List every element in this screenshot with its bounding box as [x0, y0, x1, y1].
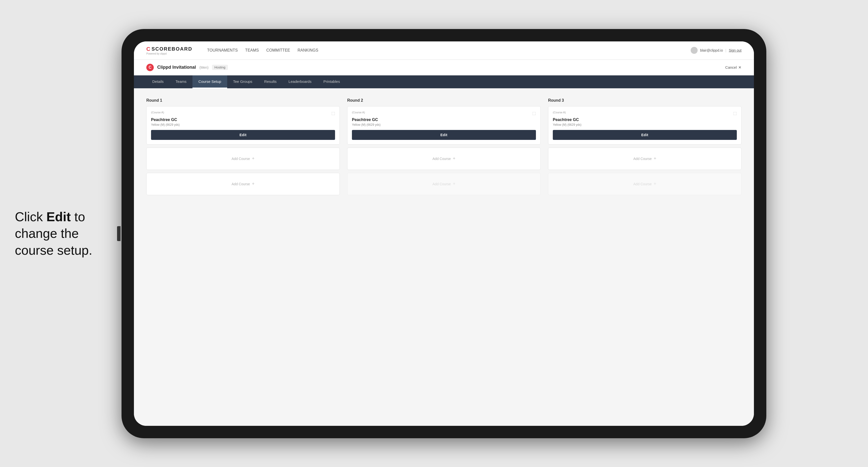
round-1-edit-button[interactable]: Edit: [151, 130, 335, 140]
round-1-add-course-1[interactable]: Add Course +: [146, 148, 340, 170]
tablet-shell: C SCOREBOARD Powered by clippd TOURNAMEN…: [122, 29, 766, 438]
round-3-add-course-text-1: Add Course +: [633, 156, 656, 161]
round-3-course-card: (Course A) ⬚ Peachtree GC Yellow (M) (66…: [548, 106, 742, 145]
round-1-column: Round 1 (Course A) ⬚ Peachtree GC Yellow…: [146, 98, 340, 198]
round-2-add-course-2: Add Course +: [347, 173, 540, 195]
round-2-add-course-plus-2: +: [453, 181, 456, 187]
round-2-course-details: Yellow (M) (6629 yds): [352, 123, 536, 126]
tab-tee-groups[interactable]: Tee Groups: [227, 75, 258, 88]
hosting-badge: Hosting: [212, 65, 228, 70]
round-3-title: Round 3: [548, 98, 742, 103]
brand-name: SCOREBOARD: [152, 46, 192, 52]
tournament-name: Clippd Invitational: [157, 65, 196, 70]
tournament-title-row: C Clippd Invitational (Men) Hosting: [146, 64, 228, 71]
round-3-column: Round 3 (Course A) ⬚ Peachtree GC Yellow…: [548, 98, 742, 198]
brand: C SCOREBOARD Powered by clippd: [146, 46, 192, 55]
round-3-delete-button[interactable]: ⬚: [733, 111, 737, 116]
nav-rankings[interactable]: RANKINGS: [298, 48, 318, 53]
round-3-course-name: Peachtree GC: [553, 118, 737, 122]
cancel-x-icon: ✕: [738, 65, 742, 70]
round-1-add-course-plus-2: +: [252, 181, 255, 187]
round-1-course-header: (Course A) ⬚: [151, 111, 335, 116]
nav-links: TOURNAMENTS TEAMS COMMITTEE RANKINGS: [207, 48, 681, 53]
sub-tabs: Details Teams Course Setup Tee Groups Re…: [134, 75, 754, 88]
round-1-delete-button[interactable]: ⬚: [331, 111, 335, 116]
nav-divider: |: [725, 49, 726, 52]
round-2-course-card: (Course A) ⬚ Peachtree GC Yellow (M) (66…: [347, 106, 540, 145]
round-2-column: Round 2 (Course A) ⬚ Peachtree GC Yellow…: [347, 98, 540, 198]
user-email: blair@clippd.io: [700, 49, 723, 52]
nav-right: blair@clippd.io | Sign out: [691, 47, 742, 54]
round-2-add-course-1[interactable]: Add Course +: [347, 148, 540, 170]
round-2-title: Round 2: [347, 98, 540, 103]
round-3-course-details: Yellow (M) (6629 yds): [553, 123, 737, 126]
tab-teams[interactable]: Teams: [169, 75, 192, 88]
round-1-course-card: (Course A) ⬚ Peachtree GC Yellow (M) (66…: [146, 106, 340, 145]
round-3-add-course-plus-1: +: [654, 156, 656, 161]
user-avatar: [691, 47, 698, 54]
tablet-screen: C SCOREBOARD Powered by clippd TOURNAMEN…: [134, 41, 754, 426]
cancel-button[interactable]: Cancel ✕: [725, 65, 742, 70]
main-content: Round 1 (Course A) ⬚ Peachtree GC Yellow…: [134, 88, 754, 426]
nav-tournaments[interactable]: TOURNAMENTS: [207, 48, 238, 53]
nav-committee[interactable]: COMMITTEE: [266, 48, 290, 53]
sign-out-link[interactable]: Sign out: [729, 49, 742, 52]
tab-leaderboards[interactable]: Leaderboards: [282, 75, 317, 88]
round-3-course-header: (Course A) ⬚: [553, 111, 737, 116]
round-1-course-label: (Course A): [151, 111, 164, 114]
tab-results[interactable]: Results: [258, 75, 282, 88]
instruction-bold: Edit: [46, 209, 71, 224]
round-2-add-course-text-2: Add Course +: [433, 181, 455, 187]
round-3-add-course-2: Add Course +: [548, 173, 742, 195]
brand-logo-letter: C: [146, 46, 150, 52]
tablet-side-button: [117, 226, 121, 241]
nav-teams[interactable]: TEAMS: [245, 48, 259, 53]
rounds-grid: Round 1 (Course A) ⬚ Peachtree GC Yellow…: [146, 98, 742, 198]
round-1-add-course-2[interactable]: Add Course +: [146, 173, 340, 195]
round-1-add-course-text-2: Add Course +: [231, 181, 254, 187]
instruction-prefix: Click: [15, 209, 46, 224]
round-1-course-details: Yellow (M) (6629 yds): [151, 123, 335, 126]
tab-course-setup[interactable]: Course Setup: [192, 75, 227, 88]
round-3-course-label: (Course A): [553, 111, 566, 114]
round-1-title: Round 1: [146, 98, 340, 103]
round-2-delete-button[interactable]: ⬚: [532, 111, 536, 116]
round-1-add-course-text-1: Add Course +: [231, 156, 254, 161]
round-3-add-course-1[interactable]: Add Course +: [548, 148, 742, 170]
round-3-add-course-text-2: Add Course +: [633, 181, 656, 187]
tab-details[interactable]: Details: [146, 75, 169, 88]
round-2-edit-button[interactable]: Edit: [352, 130, 536, 140]
tournament-header: C Clippd Invitational (Men) Hosting Canc…: [134, 60, 754, 75]
round-1-course-name: Peachtree GC: [151, 118, 335, 122]
top-nav: C SCOREBOARD Powered by clippd TOURNAMEN…: [134, 41, 754, 60]
round-2-course-label: (Course A): [352, 111, 365, 114]
round-2-add-course-plus-1: +: [453, 156, 456, 161]
round-3-add-course-plus-2: +: [654, 181, 656, 187]
round-2-add-course-text-1: Add Course +: [433, 156, 455, 161]
round-2-course-header: (Course A) ⬚: [352, 111, 536, 116]
round-3-edit-button[interactable]: Edit: [553, 130, 737, 140]
round-1-add-course-plus-1: +: [252, 156, 255, 161]
round-2-course-name: Peachtree GC: [352, 118, 536, 122]
tournament-gender: (Men): [199, 65, 209, 69]
tab-printables[interactable]: Printables: [317, 75, 346, 88]
brand-tagline: Powered by clippd: [146, 52, 192, 55]
tournament-logo: C: [146, 64, 154, 71]
